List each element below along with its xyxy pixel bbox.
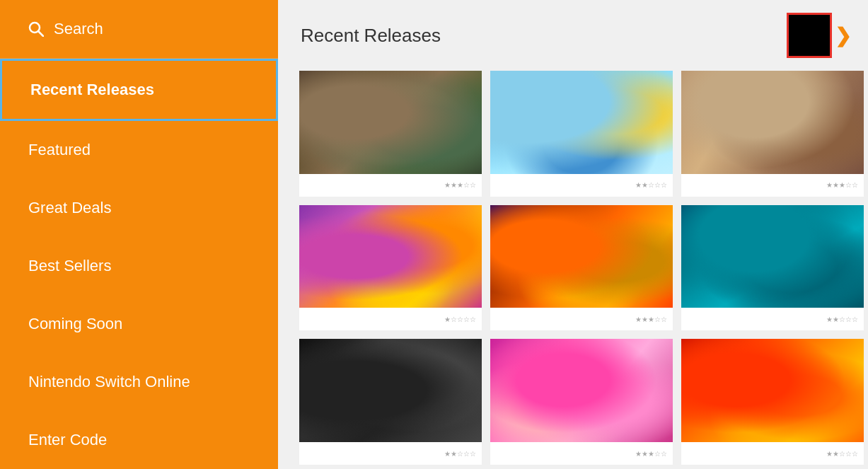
page-title: Recent Releases [301, 25, 441, 47]
sidebar-item-best-sellers[interactable]: Best Sellers [0, 237, 278, 295]
game-info-2: ★★☆☆☆ [490, 174, 673, 197]
game-card-3[interactable]: ★★★☆☆ [681, 71, 864, 197]
game-info-1: ★★★☆☆ [299, 174, 482, 197]
game-thumbnail-4 [299, 205, 482, 308]
game-rating-3: ★★★☆☆ [826, 181, 858, 189]
sidebar-item-enter-code[interactable]: Enter Code [0, 411, 278, 469]
game-info-6: ★★☆☆☆ [681, 308, 864, 330]
sidebar-item-coming-soon[interactable]: Coming Soon [0, 295, 278, 353]
game-info-5: ★★★☆☆ [490, 308, 673, 330]
game-card-6[interactable]: ★★☆☆☆ [681, 205, 864, 331]
game-rating-9: ★★☆☆☆ [826, 450, 858, 458]
game-rating-1: ★★★☆☆ [444, 181, 476, 189]
sidebar-item-label-nso: Nintendo Switch Online [28, 373, 190, 390]
game-thumbnail-3 [681, 71, 864, 174]
game-thumbnail-1 [299, 71, 482, 174]
sidebar-item-recent-releases[interactable]: Recent Releases [0, 59, 278, 121]
game-rating-2: ★★☆☆☆ [635, 181, 667, 189]
avatar[interactable] [787, 13, 832, 58]
main-content: Recent Releases ❯ ★★★☆☆ ★★☆☆☆ ★★ [278, 0, 868, 469]
sidebar-item-label-great-deals: Great Deals [28, 199, 111, 216]
sidebar-item-label-recent-releases: Recent Releases [30, 81, 154, 98]
game-card-1[interactable]: ★★★☆☆ [299, 71, 482, 197]
game-thumbnail-2 [490, 71, 673, 174]
game-info-9: ★★☆☆☆ [681, 442, 864, 465]
topbar-right: ❯ [787, 13, 851, 58]
game-thumbnail-9 [681, 339, 864, 442]
sidebar-item-label-enter-code: Enter Code [28, 431, 107, 448]
games-grid: ★★★☆☆ ★★☆☆☆ ★★★☆☆ ★☆☆☆☆ [278, 66, 868, 469]
sidebar-item-great-deals[interactable]: Great Deals [0, 179, 278, 237]
sidebar-item-label-best-sellers: Best Sellers [28, 257, 111, 274]
game-rating-7: ★★☆☆☆ [444, 450, 476, 458]
svg-line-1 [38, 31, 43, 36]
game-card-7[interactable]: ★★☆☆☆ [299, 339, 482, 465]
game-thumbnail-6 [681, 205, 864, 308]
game-card-8[interactable]: ★★★☆☆ [490, 339, 673, 465]
chevron-right-icon[interactable]: ❯ [835, 24, 851, 47]
sidebar-item-label-coming-soon: Coming Soon [28, 315, 122, 332]
game-card-5[interactable]: ★★★☆☆ [490, 205, 673, 331]
game-info-8: ★★★☆☆ [490, 442, 673, 465]
game-rating-8: ★★★☆☆ [635, 450, 667, 458]
game-info-3: ★★★☆☆ [681, 174, 864, 197]
game-thumbnail-8 [490, 339, 673, 442]
game-card-4[interactable]: ★☆☆☆☆ [299, 205, 482, 331]
game-info-4: ★☆☆☆☆ [299, 308, 482, 330]
game-info-7: ★★☆☆☆ [299, 442, 482, 465]
game-card-2[interactable]: ★★☆☆☆ [490, 71, 673, 197]
game-thumbnail-5 [490, 205, 673, 308]
game-thumbnail-7 [299, 339, 482, 442]
search-icon [28, 21, 44, 37]
sidebar-item-featured[interactable]: Featured [0, 121, 278, 179]
game-rating-5: ★★★☆☆ [635, 315, 667, 323]
game-rating-4: ★☆☆☆☆ [444, 315, 476, 323]
sidebar-item-label-search: Search [54, 20, 103, 38]
topbar: Recent Releases ❯ [278, 0, 868, 66]
game-rating-6: ★★☆☆☆ [826, 315, 858, 323]
sidebar-item-label-featured: Featured [28, 141, 91, 158]
game-card-9[interactable]: ★★☆☆☆ [681, 339, 864, 465]
sidebar-item-search[interactable]: Search [0, 0, 278, 59]
sidebar: Search Recent Releases Featured Great De… [0, 0, 278, 469]
sidebar-item-nintendo-switch-online[interactable]: Nintendo Switch Online [0, 353, 278, 411]
